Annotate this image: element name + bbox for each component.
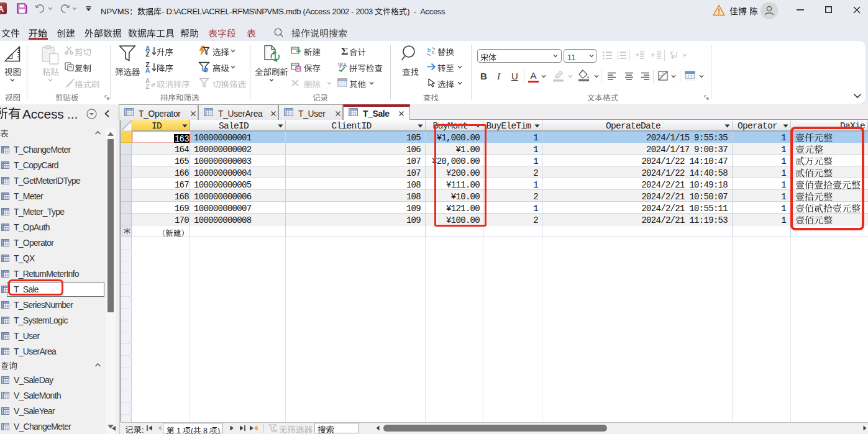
- svg-text:Z: Z: [145, 50, 150, 57]
- svg-text:Z: Z: [145, 83, 150, 89]
- svg-text:A: A: [145, 66, 150, 73]
- svg-text:c: c: [432, 49, 435, 55]
- svg-text:3: 3: [617, 57, 619, 60]
- svg-text:A: A: [0, 4, 4, 14]
- svg-text:b: b: [427, 47, 431, 53]
